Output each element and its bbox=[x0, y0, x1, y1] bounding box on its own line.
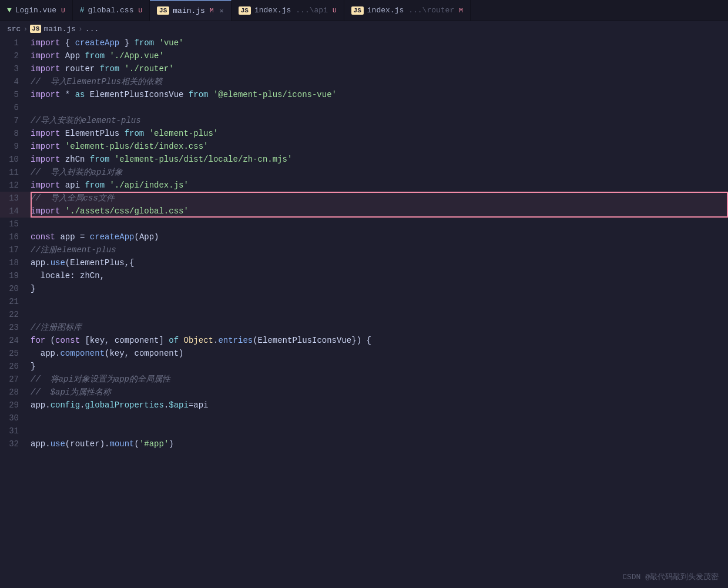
close-icon[interactable]: ✕ bbox=[220, 6, 224, 15]
tab-login-vue[interactable]: ▼ Login.vue U bbox=[0, 0, 73, 21]
code-line: 1import { createApp } from 'vue' bbox=[0, 36, 728, 49]
token-punct: = bbox=[80, 232, 90, 242]
tab-label: main.js bbox=[173, 6, 205, 15]
code-content: import './assets/css/global.css' bbox=[28, 205, 728, 218]
token-punct: ( bbox=[134, 232, 139, 242]
code-line: 30 bbox=[0, 412, 728, 425]
tab-modifier: M bbox=[459, 7, 463, 14]
code-content: locale: zhCn, bbox=[28, 269, 728, 282]
token-var: zhCn bbox=[60, 155, 89, 164]
tab-index-js-api[interactable]: JS index.js ...\api U bbox=[232, 0, 344, 21]
token-var: App bbox=[60, 51, 85, 61]
code-line: 12import api from './api/index.js' bbox=[0, 179, 728, 192]
token-var: app bbox=[31, 258, 45, 268]
line-number: 24 bbox=[0, 334, 28, 347]
token-var: router bbox=[60, 64, 99, 74]
tab-global-css[interactable]: # global.css U bbox=[73, 0, 150, 21]
line-number: 4 bbox=[0, 75, 28, 88]
token-punct: { bbox=[60, 38, 75, 48]
token-comment: //注册element-plus bbox=[31, 245, 116, 255]
line-number: 18 bbox=[0, 256, 28, 269]
line-number: 14 bbox=[0, 205, 28, 218]
token-str: '@element-plus/icons-vue' bbox=[209, 90, 337, 99]
code-content: const app = createApp(App) bbox=[28, 230, 728, 243]
token-comment: //导入安装的element-plus bbox=[31, 116, 141, 125]
code-line: 24for (const [key, component] of Object.… bbox=[0, 334, 728, 347]
token-str: 'element-plus/dist/index.css' bbox=[60, 142, 208, 151]
token-comment: // 导入封装的api对象 bbox=[31, 168, 123, 177]
code-content: // 导入全局css文件 bbox=[28, 192, 728, 205]
breadcrumb: src › JS main.js › ... bbox=[0, 21, 728, 36]
token-prop: globalProperties bbox=[85, 400, 163, 410]
code-content: //注册图标库 bbox=[28, 321, 728, 334]
token-punct: ( bbox=[135, 439, 139, 449]
token-kw2: from bbox=[189, 90, 209, 99]
token-punct bbox=[179, 336, 183, 345]
token-punct: : bbox=[70, 271, 80, 280]
code-line: 20} bbox=[0, 282, 728, 295]
line-number: 20 bbox=[0, 282, 28, 295]
token-prop: config bbox=[51, 400, 80, 410]
code-content: import router from './router' bbox=[28, 62, 728, 75]
breadcrumb-ellipsis: ... bbox=[85, 25, 99, 34]
code-content: import zhCn from 'element-plus/dist/loca… bbox=[28, 153, 728, 166]
token-comment: //注册图标库 bbox=[31, 323, 82, 332]
code-line: 23//注册图标库 bbox=[0, 321, 728, 334]
token-punct: } bbox=[31, 362, 35, 371]
line-number: 22 bbox=[0, 308, 28, 321]
line-number: 6 bbox=[0, 101, 28, 114]
token-punct: ) bbox=[154, 232, 159, 242]
code-content: app.config.globalProperties.$api=api bbox=[28, 399, 728, 412]
token-prop: $api bbox=[169, 400, 189, 410]
breadcrumb-js-icon: JS bbox=[30, 25, 41, 33]
tab-modifier: M bbox=[210, 7, 214, 14]
code-line: 32app.use(router).mount('#app') bbox=[0, 437, 728, 450]
token-var: ElementPlus bbox=[60, 129, 124, 138]
token-str: 'vue' bbox=[154, 38, 183, 48]
token-kw2: from bbox=[85, 181, 105, 190]
line-number: 10 bbox=[0, 153, 28, 166]
code-line: 3import router from './router' bbox=[0, 62, 728, 75]
code-content bbox=[28, 218, 728, 230]
code-line: 16const app = createApp(App) bbox=[0, 230, 728, 243]
code-content: import App from './App.vue' bbox=[28, 49, 728, 62]
tab-index-js-router[interactable]: JS index.js ...\router M bbox=[344, 0, 471, 21]
token-var: component bbox=[134, 349, 179, 358]
code-content: for (const [key, component] of Object.en… bbox=[28, 334, 728, 347]
code-line: 29app.config.globalProperties.$api=api bbox=[0, 399, 728, 412]
code-content bbox=[28, 295, 728, 308]
tab-main-js[interactable]: JS main.js M ✕ bbox=[150, 0, 232, 21]
vue-icon: ▼ bbox=[7, 6, 12, 15]
token-kw2: from bbox=[125, 129, 145, 138]
token-var: key bbox=[90, 336, 105, 345]
code-line: 13// 导入全局css文件 bbox=[0, 192, 728, 205]
code-content: // 将api对象设置为app的全局属性 bbox=[28, 373, 728, 386]
tab-label: global.css bbox=[88, 6, 133, 15]
code-line: 6 bbox=[0, 101, 728, 114]
token-fn: createApp bbox=[75, 38, 120, 48]
token-punct: ( bbox=[45, 336, 55, 345]
line-number: 17 bbox=[0, 243, 28, 256]
code-content: app.use(ElementPlus,{ bbox=[28, 256, 728, 269]
tab-path: ...\api bbox=[296, 6, 328, 15]
token-punct: [ bbox=[80, 336, 90, 345]
token-punct: , bbox=[125, 349, 135, 358]
code-content: import { createApp } from 'vue' bbox=[28, 36, 728, 49]
token-var: router bbox=[70, 439, 99, 449]
code-line: 31 bbox=[0, 425, 728, 437]
token-punct: , bbox=[105, 336, 115, 345]
token-punct: . bbox=[45, 439, 50, 449]
token-kw2: from bbox=[134, 38, 154, 48]
token-var: ElementPlus bbox=[70, 258, 124, 268]
token-kw: import bbox=[31, 51, 60, 61]
code-line: 10import zhCn from 'element-plus/dist/lo… bbox=[0, 153, 728, 166]
line-number: 21 bbox=[0, 295, 28, 308]
token-str: './App.vue' bbox=[105, 51, 164, 61]
line-number: 28 bbox=[0, 386, 28, 399]
line-number: 7 bbox=[0, 114, 28, 127]
line-number: 32 bbox=[0, 437, 28, 450]
token-kw: import bbox=[31, 90, 60, 99]
code-line: 14import './assets/css/global.css' bbox=[0, 205, 728, 218]
tab-modifier: U bbox=[61, 7, 65, 14]
line-number: 27 bbox=[0, 373, 28, 386]
